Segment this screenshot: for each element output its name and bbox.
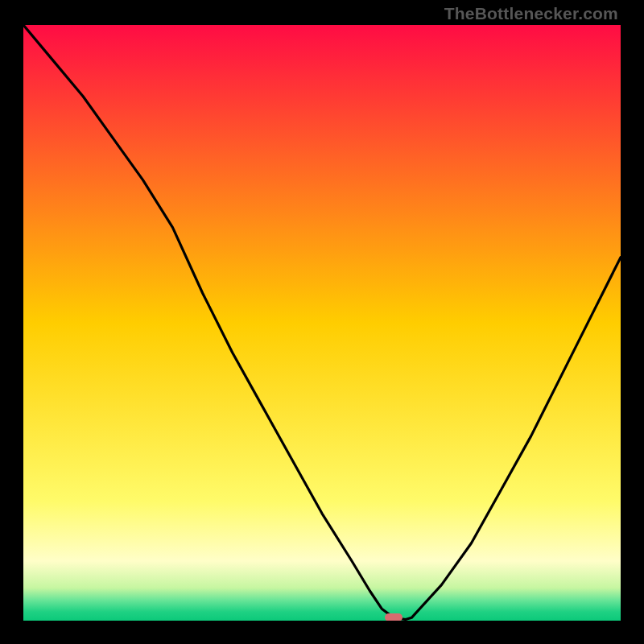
optimal-marker	[385, 613, 402, 621]
chart-frame: TheBottlenecker.com	[0, 0, 644, 644]
plot-area	[23, 25, 621, 621]
watermark-label: TheBottlenecker.com	[444, 4, 618, 23]
bottleneck-curve	[23, 25, 621, 621]
